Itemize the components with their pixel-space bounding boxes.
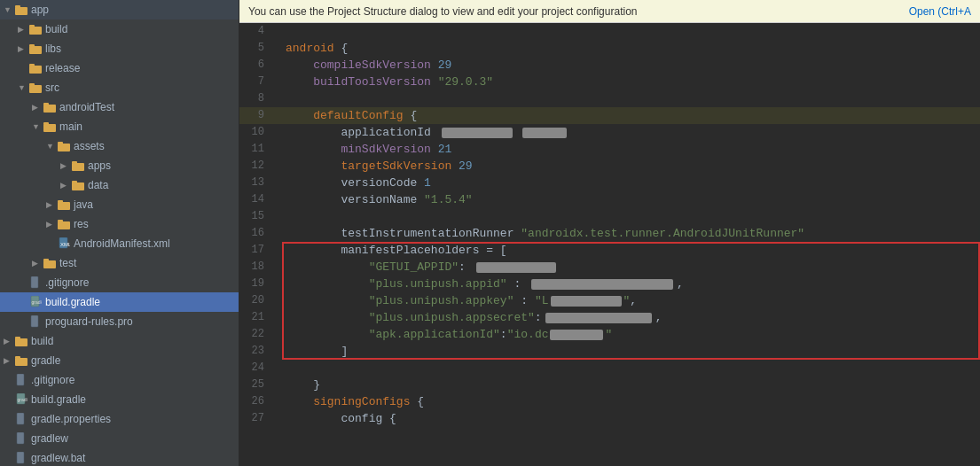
line-number: 22 bbox=[239, 326, 273, 343]
file-icon bbox=[14, 373, 28, 387]
sidebar-item-gradlew[interactable]: gradlew bbox=[0, 429, 239, 448]
sidebar-item-label: build bbox=[31, 335, 53, 347]
sidebar-item-label: apps bbox=[88, 159, 111, 172]
sidebar-item-res[interactable]: ▶ res bbox=[0, 214, 239, 234]
xml-file-icon: XML bbox=[57, 237, 71, 251]
sidebar-item-label: release bbox=[45, 62, 80, 74]
sidebar-item-label: .gitignore bbox=[45, 276, 89, 289]
folder-icon bbox=[71, 178, 85, 192]
line-content: "GETUI_APPID": bbox=[282, 259, 980, 276]
sidebar-item-assets[interactable]: ▼ assets bbox=[0, 136, 239, 156]
svg-rect-18 bbox=[72, 183, 84, 190]
svg-rect-11 bbox=[43, 103, 49, 105]
line-content: defaultConfig { bbox=[282, 107, 980, 124]
sidebar-item-build[interactable]: ▶ build bbox=[0, 19, 239, 39]
sidebar-item-build2[interactable]: ▶ build bbox=[0, 331, 239, 351]
folder-icon bbox=[28, 81, 43, 95]
sidebar-item-label: proguard-rules.pro bbox=[45, 315, 133, 328]
code-line-11: 11 minSdkVersion 21 bbox=[239, 141, 980, 158]
sidebar-item-label: gradlew.bat bbox=[31, 452, 85, 464]
folder-icon bbox=[43, 120, 57, 134]
line-number: 19 bbox=[239, 276, 273, 292]
tree-arrow: ▶ bbox=[4, 356, 12, 365]
line-content: "plus.unipush.appid" : , bbox=[282, 276, 980, 292]
open-link[interactable]: Open (Ctrl+A bbox=[909, 5, 971, 18]
sidebar-item-src[interactable]: ▼ src bbox=[0, 78, 239, 97]
sidebar-item-apps[interactable]: ▶ apps bbox=[0, 156, 239, 175]
sidebar-item-androidmanifest[interactable]: XML AndroidManifest.xml bbox=[0, 234, 239, 253]
svg-rect-14 bbox=[58, 144, 70, 151]
svg-rect-28 bbox=[31, 276, 38, 288]
code-line-25: 25 } bbox=[239, 377, 980, 393]
folder-icon bbox=[28, 61, 43, 75]
sidebar-item-test[interactable]: ▶ test bbox=[0, 253, 239, 273]
sidebar-item-gitignore2[interactable]: .gitignore bbox=[0, 370, 239, 390]
sidebar-item-app[interactable]: ▼ app bbox=[0, 0, 239, 19]
code-line-13: 13 versionCode 1 bbox=[239, 175, 980, 191]
tree-arrow: ▶ bbox=[32, 103, 41, 112]
sidebar-item-label: build.gradle bbox=[31, 393, 86, 406]
svg-rect-17 bbox=[72, 161, 77, 164]
sidebar-item-release[interactable]: release bbox=[0, 58, 239, 78]
svg-rect-40 bbox=[17, 432, 24, 444]
code-line-24: 24 bbox=[239, 360, 980, 377]
line-content: "apk.applicationId":"io.dc" bbox=[282, 326, 980, 343]
sidebar-item-java[interactable]: ▶ java bbox=[0, 195, 239, 214]
tree-arrow: ▶ bbox=[4, 337, 12, 346]
line-number: 21 bbox=[239, 309, 273, 326]
line-content: ] bbox=[282, 343, 980, 360]
code-line-4: 4 bbox=[239, 23, 980, 40]
folder-icon bbox=[14, 3, 28, 17]
line-content: versionCode 1 bbox=[282, 175, 980, 191]
code-line-9: 9 defaultConfig { bbox=[239, 107, 980, 124]
code-line-22: 22 "apk.applicationId":"io.dc" bbox=[239, 326, 980, 343]
tree-arrow: ▼ bbox=[32, 122, 41, 131]
tree-arrow: ▶ bbox=[46, 220, 55, 229]
file-tree[interactable]: ▼ app▶ build▶ libs release▼ src▶ android… bbox=[0, 0, 239, 466]
line-content: "plus.unipush.appkey" : "L", bbox=[282, 292, 980, 309]
sidebar-item-buildgradle[interactable]: gradle build.gradle bbox=[0, 292, 239, 312]
line-number: 10 bbox=[239, 124, 273, 141]
line-content: config { bbox=[282, 410, 980, 427]
svg-rect-39 bbox=[17, 413, 24, 424]
line-number: 23 bbox=[239, 343, 273, 360]
sidebar-item-buildgradle2[interactable]: gradle build.gradle bbox=[0, 390, 239, 409]
tree-arrow: ▼ bbox=[18, 83, 27, 92]
sidebar-item-gradlewbat[interactable]: gradlew.bat bbox=[0, 448, 239, 466]
tree-arrow: ▶ bbox=[60, 181, 69, 190]
sidebar-item-androidTest[interactable]: ▶ androidTest bbox=[0, 97, 239, 117]
line-content: targetSdkVersion 29 bbox=[282, 158, 980, 175]
code-line-17: 17 manifestPlaceholders = [ bbox=[239, 242, 980, 259]
folder-icon bbox=[57, 198, 71, 212]
sidebar-item-gradleprops[interactable]: gradle.properties bbox=[0, 409, 239, 429]
info-bar: You can use the Project Structure dialog… bbox=[239, 0, 980, 23]
line-content: versionName "1.5.4" bbox=[282, 191, 980, 208]
code-line-15: 15 bbox=[239, 208, 980, 225]
svg-rect-5 bbox=[29, 44, 35, 47]
sidebar-item-label: app bbox=[31, 4, 49, 16]
sidebar-item-main[interactable]: ▼ main bbox=[0, 117, 239, 136]
svg-rect-6 bbox=[29, 66, 42, 74]
line-number: 11 bbox=[239, 141, 273, 158]
sidebar-item-gradle[interactable]: ▶ gradle bbox=[0, 351, 239, 370]
svg-rect-20 bbox=[58, 202, 70, 210]
sidebar-item-gitignore[interactable]: .gitignore bbox=[0, 273, 239, 292]
sidebar-item-proguard[interactable]: proguard-rules.pro bbox=[0, 312, 239, 331]
svg-text:gradle: gradle bbox=[17, 397, 27, 402]
sidebar-item-data[interactable]: ▶ data bbox=[0, 175, 239, 195]
code-line-5: 5android { bbox=[239, 40, 980, 57]
line-content: manifestPlaceholders = [ bbox=[282, 242, 980, 259]
svg-text:gradle: gradle bbox=[31, 299, 42, 305]
svg-rect-13 bbox=[43, 122, 49, 125]
tree-arrow: ▶ bbox=[32, 259, 41, 268]
folder-icon bbox=[57, 139, 71, 153]
line-number: 16 bbox=[239, 225, 273, 242]
line-number: 25 bbox=[239, 377, 273, 393]
sidebar-item-label: libs bbox=[45, 43, 61, 55]
line-content bbox=[282, 23, 980, 40]
code-line-26: 26 signingConfigs { bbox=[239, 393, 980, 410]
sidebar-item-libs[interactable]: ▶ libs bbox=[0, 39, 239, 58]
sidebar-item-label: res bbox=[74, 218, 89, 230]
folder-icon bbox=[71, 159, 85, 173]
line-content: android { bbox=[282, 40, 980, 57]
